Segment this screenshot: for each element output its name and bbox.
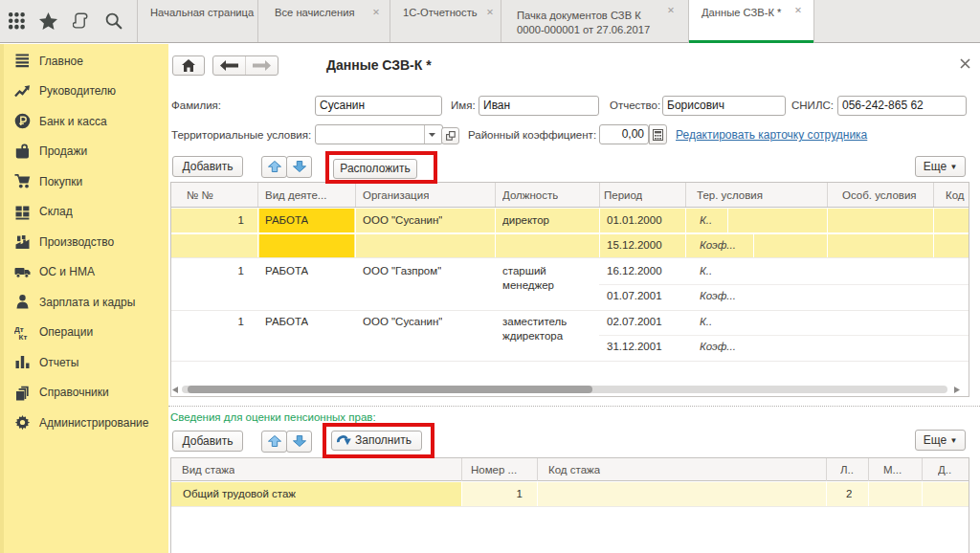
svg-text:Кт: Кт [19,333,28,341]
